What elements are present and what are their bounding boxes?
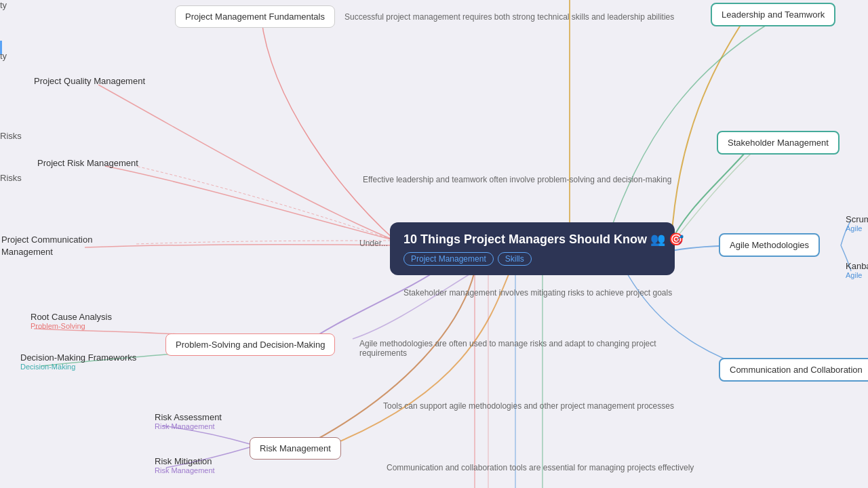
label-scrum: Scrum Agile	[846, 214, 868, 232]
label-root-cause-analysis: Root Cause Analysis Problem-Solving	[31, 312, 112, 330]
float-text-stakeholder: Stakeholder management involves mitigati…	[403, 288, 672, 298]
label-risk-mitigation: Risk Mitigation Risk Management	[155, 456, 215, 474]
node-risk-management[interactable]: Risk Management	[250, 437, 341, 460]
central-node-tags: Project Management Skills	[403, 252, 661, 266]
float-text-leadership-skills: Successful project management requires b…	[344, 12, 674, 22]
central-node[interactable]: 10 Things Project Managers Should Know 👥…	[390, 222, 675, 275]
node-leadership-and-teamwork[interactable]: Leadership and Teamwork	[711, 3, 835, 26]
central-node-title: 10 Things Project Managers Should Know 👥…	[403, 232, 661, 247]
node-stakeholder-management[interactable]: Stakeholder Management	[717, 131, 840, 155]
tag-skills[interactable]: Skills	[498, 252, 532, 266]
partial-text-risks2: Risks	[0, 173, 22, 183]
tag-project-management[interactable]: Project Management	[403, 252, 494, 266]
node-project-management-fundamentals[interactable]: Project Management Fundamentals	[175, 5, 335, 28]
label-risk-assessment: Risk Assessment Risk Management	[155, 412, 222, 430]
node-agile-methodologies[interactable]: Agile Methodologies	[719, 233, 820, 257]
mind-map-canvas: ty ty Risks Risks Project Management Fun…	[0, 0, 868, 488]
node-project-risk-management[interactable]: Project Risk Management	[37, 158, 138, 168]
float-text-leadership-teamwork: Effective leadership and teamwork often …	[363, 175, 671, 184]
label-kanban: Kanban Agile	[846, 261, 868, 279]
node-project-communication-management[interactable]: Project Communication Management	[1, 234, 137, 258]
float-text-tools: Tools can support agile methodologies an…	[383, 401, 674, 411]
node-project-quality-management[interactable]: Project Quality Management	[34, 76, 145, 86]
float-text-under: Under...	[359, 239, 388, 248]
node-communication-and-collaboration[interactable]: Communication and Collaboration	[719, 358, 868, 382]
float-text-communication: Communication and collaboration tools ar…	[387, 463, 694, 472]
partial-text-costs: ty	[0, 0, 7, 10]
float-text-agile: Agile methodologies are often used to ma…	[359, 339, 698, 358]
blue-indicator	[0, 41, 2, 54]
node-problem-solving-decision-making[interactable]: Problem-Solving and Decision-Making	[165, 333, 335, 356]
label-decision-making-frameworks: Decision-Making Frameworks Decision-Maki…	[20, 352, 136, 371]
partial-text-risks1: Risks	[0, 131, 22, 141]
